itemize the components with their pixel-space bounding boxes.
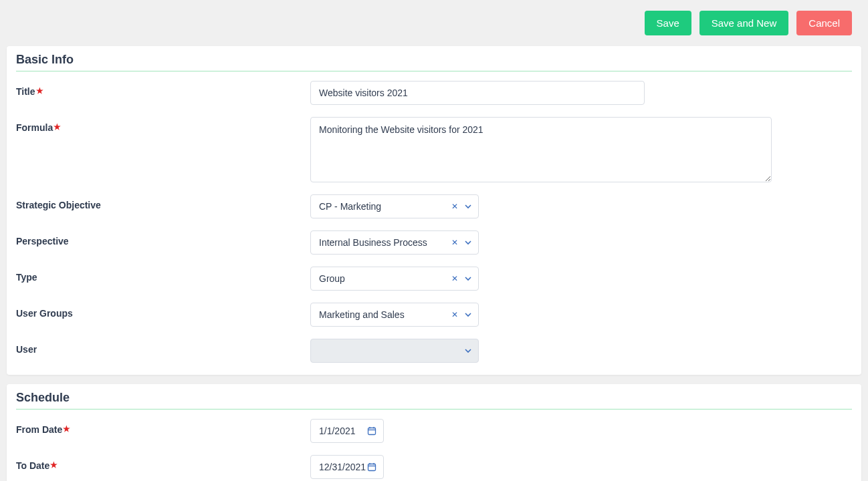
schedule-heading: Schedule bbox=[16, 391, 852, 410]
user-groups-select[interactable]: Marketing and Sales ✕ bbox=[310, 303, 479, 327]
chevron-down-icon[interactable] bbox=[465, 239, 471, 246]
to-date-value: 12/31/2021 bbox=[319, 462, 366, 472]
from-date-input[interactable]: 1/1/2021 bbox=[310, 419, 384, 443]
type-select[interactable]: Group ✕ bbox=[310, 267, 479, 291]
field-row-title: Title★ bbox=[16, 81, 852, 105]
formula-label: Formula★ bbox=[16, 117, 310, 133]
required-star-icon: ★ bbox=[53, 122, 61, 132]
action-bar: Save Save and New Cancel bbox=[0, 0, 868, 46]
svg-rect-4 bbox=[368, 464, 376, 471]
field-row-user: User bbox=[16, 339, 852, 363]
clear-icon[interactable]: ✕ bbox=[451, 311, 458, 319]
clear-icon[interactable]: ✕ bbox=[451, 238, 458, 247]
field-row-to-date: To Date★ 12/31/2021 bbox=[16, 455, 852, 479]
basic-info-heading: Basic Info bbox=[16, 53, 852, 71]
calendar-icon[interactable] bbox=[367, 426, 376, 436]
user-groups-value: Marketing and Sales bbox=[319, 309, 405, 320]
field-row-from-date: From Date★ 1/1/2021 bbox=[16, 419, 852, 443]
from-date-value: 1/1/2021 bbox=[319, 426, 356, 436]
field-row-strategic-objective: Strategic Objective CP - Marketing ✕ bbox=[16, 194, 852, 218]
save-and-new-button[interactable]: Save and New bbox=[699, 11, 789, 35]
cancel-button[interactable]: Cancel bbox=[796, 11, 852, 35]
field-row-formula: Formula★ bbox=[16, 117, 852, 182]
strategic-objective-select[interactable]: CP - Marketing ✕ bbox=[310, 194, 479, 218]
required-star-icon: ★ bbox=[36, 86, 43, 96]
clear-icon[interactable]: ✕ bbox=[451, 202, 458, 210]
field-row-user-groups: User Groups Marketing and Sales ✕ bbox=[16, 303, 852, 327]
strategic-objective-label: Strategic Objective bbox=[16, 194, 310, 210]
schedule-panel: Schedule From Date★ 1/1/2021 To Date★ 12… bbox=[7, 384, 861, 481]
to-date-label: To Date★ bbox=[16, 455, 310, 471]
field-row-type: Type Group ✕ bbox=[16, 267, 852, 291]
user-label: User bbox=[16, 339, 310, 355]
chevron-down-icon[interactable] bbox=[465, 347, 471, 354]
perspective-value: Internal Business Process bbox=[319, 237, 427, 248]
perspective-label: Perspective bbox=[16, 230, 310, 247]
title-input[interactable] bbox=[310, 81, 645, 105]
user-select[interactable] bbox=[310, 339, 479, 363]
calendar-icon[interactable] bbox=[367, 462, 376, 472]
chevron-down-icon[interactable] bbox=[465, 203, 471, 210]
chevron-down-icon[interactable] bbox=[465, 275, 471, 282]
basic-info-panel: Basic Info Title★ Formula★ Strategic Obj… bbox=[7, 46, 861, 375]
type-value: Group bbox=[319, 273, 345, 284]
from-date-label: From Date★ bbox=[16, 419, 310, 435]
title-label: Title★ bbox=[16, 81, 310, 97]
strategic-objective-value: CP - Marketing bbox=[319, 201, 381, 212]
type-label: Type bbox=[16, 267, 310, 283]
perspective-select[interactable]: Internal Business Process ✕ bbox=[310, 230, 479, 255]
field-row-perspective: Perspective Internal Business Process ✕ bbox=[16, 230, 852, 255]
required-star-icon: ★ bbox=[63, 424, 70, 434]
clear-icon[interactable]: ✕ bbox=[451, 275, 458, 283]
svg-rect-0 bbox=[368, 428, 376, 435]
save-button[interactable]: Save bbox=[645, 11, 691, 35]
user-groups-label: User Groups bbox=[16, 303, 310, 319]
required-star-icon: ★ bbox=[50, 460, 58, 470]
to-date-input[interactable]: 12/31/2021 bbox=[310, 455, 384, 479]
chevron-down-icon[interactable] bbox=[465, 311, 471, 318]
formula-textarea[interactable] bbox=[310, 117, 772, 182]
